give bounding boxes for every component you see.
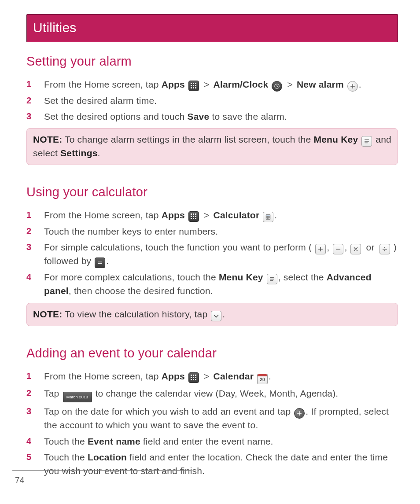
separator: > [204, 210, 209, 220]
svg-rect-11 [193, 213, 194, 215]
text: field and enter the event name. [140, 436, 273, 446]
banner-title: Utilities [33, 20, 76, 35]
text: Touch the [44, 452, 88, 462]
comma: , [344, 242, 350, 252]
dot: . [98, 148, 100, 158]
step-text: From the Home screen, tap Apps > Alarm/C… [44, 78, 398, 92]
plus-icon [347, 81, 358, 92]
calendar-day: 20 [260, 378, 265, 382]
text: , select the [278, 272, 327, 282]
step: 2 Tap March 2013 to change the calendar … [26, 386, 398, 404]
step-text: Tap on the date for which you wish to ad… [44, 405, 398, 432]
svg-rect-32 [191, 377, 192, 378]
page-number: 74 [15, 474, 25, 486]
svg-rect-7 [193, 87, 194, 88]
svg-point-28 [384, 250, 385, 251]
label-calculator: Calculator [214, 210, 260, 220]
step-text: Set the desired alarm time. [44, 94, 398, 107]
text: To change alarm settings in the alarm li… [62, 134, 313, 144]
text: To view the calculation history, tap [62, 309, 210, 319]
dot: . [222, 309, 225, 319]
text: From the Home screen, tap [44, 79, 162, 89]
label-event-name: Event name [88, 436, 140, 446]
text: For simple calculations, touch the funct… [44, 242, 314, 252]
note-alarm: NOTE: To change alarm settings in the al… [26, 128, 398, 165]
step-number: 5 [26, 451, 36, 478]
step-text: For simple calculations, touch the funct… [44, 241, 398, 268]
svg-rect-25 [268, 218, 269, 219]
month-dropdown-icon: March 2013 [63, 392, 92, 402]
text: Set the desired options and touch [44, 111, 188, 121]
svg-rect-23 [269, 217, 270, 217]
svg-rect-35 [191, 379, 192, 380]
svg-rect-20 [266, 215, 270, 216]
svg-rect-37 [195, 379, 196, 380]
step-text: Touch the number keys to enter numbers. [44, 225, 398, 238]
multiply-key-icon [350, 244, 361, 254]
label-new-alarm: New alarm [297, 79, 344, 89]
step-text: From the Home screen, tap Apps > Calenda… [44, 370, 398, 384]
clock-icon [272, 81, 282, 92]
step: 1 From the Home screen, tap Apps > Calcu… [26, 207, 398, 224]
svg-rect-17 [193, 218, 194, 219]
text: to change the calendar view (Day, Week, … [93, 388, 339, 398]
step: 5 Touch the Location field and enter the… [26, 449, 398, 479]
step-number: 1 [26, 78, 36, 92]
dot: . [274, 210, 277, 220]
step-text: From the Home screen, tap Apps > Calcula… [44, 209, 398, 222]
step-number: 3 [26, 405, 36, 432]
step-text: Tap March 2013 to change the calendar vi… [44, 387, 398, 403]
step: 3 Tap on the date for which you wish to … [26, 404, 398, 433]
step: 1 From the Home screen, tap Apps > Calen… [26, 368, 398, 386]
equals-key-icon [95, 258, 105, 268]
svg-rect-1 [193, 83, 194, 84]
steps-calculator: 1 From the Home screen, tap Apps > Calcu… [26, 207, 398, 299]
svg-rect-5 [195, 85, 196, 86]
apps-icon [188, 211, 199, 222]
step-number: 4 [26, 435, 36, 448]
steps-alarm: 1 From the Home screen, tap Apps > Alarm… [26, 77, 398, 125]
svg-rect-3 [191, 85, 192, 86]
label-apps: Apps [162, 210, 185, 220]
calendar-icon: 20 [257, 374, 268, 384]
minus-key-icon [333, 244, 343, 254]
menu-key-icon [361, 136, 372, 147]
svg-rect-34 [195, 377, 196, 378]
step: 1 From the Home screen, tap Apps > Alarm… [26, 77, 398, 93]
heading-calculator: Using your calculator [26, 183, 398, 201]
svg-rect-12 [195, 213, 196, 215]
label-calendar: Calendar [214, 371, 254, 381]
step-number: 3 [26, 110, 36, 123]
step-number: 1 [26, 209, 36, 222]
svg-rect-4 [193, 85, 194, 86]
step-text: Set the desired options and touch Save t… [44, 110, 398, 123]
svg-rect-30 [193, 375, 194, 376]
dot: . [106, 256, 109, 266]
svg-rect-29 [191, 375, 192, 376]
step-text: For more complex calculations, touch the… [44, 271, 398, 298]
label-location: Location [88, 452, 127, 462]
or-text: or [363, 242, 377, 252]
label-apps: Apps [162, 371, 185, 381]
label-alarm-clock: Alarm/Clock [214, 79, 269, 89]
svg-rect-33 [193, 377, 194, 378]
svg-rect-24 [266, 218, 267, 219]
svg-rect-31 [195, 375, 196, 376]
chevron-down-icon [211, 311, 221, 321]
label-apps: Apps [162, 79, 185, 89]
step: 4 Touch the Event name field and enter t… [26, 434, 398, 449]
svg-rect-0 [191, 83, 192, 84]
step: 3 For simple calculations, touch the fun… [26, 239, 398, 269]
dot: . [269, 371, 271, 381]
step-number: 2 [26, 225, 36, 238]
text: , then choose the desired function. [69, 286, 213, 296]
step-number: 2 [26, 387, 36, 403]
svg-rect-15 [195, 216, 196, 217]
label-menu-key: Menu Key [313, 134, 358, 144]
step: 2 Touch the number keys to enter numbers… [26, 224, 398, 239]
svg-rect-6 [191, 87, 192, 88]
svg-rect-2 [195, 83, 196, 84]
note-calculator: NOTE: To view the calculation history, t… [26, 303, 398, 326]
svg-rect-10 [191, 213, 192, 215]
label-save: Save [188, 111, 210, 121]
